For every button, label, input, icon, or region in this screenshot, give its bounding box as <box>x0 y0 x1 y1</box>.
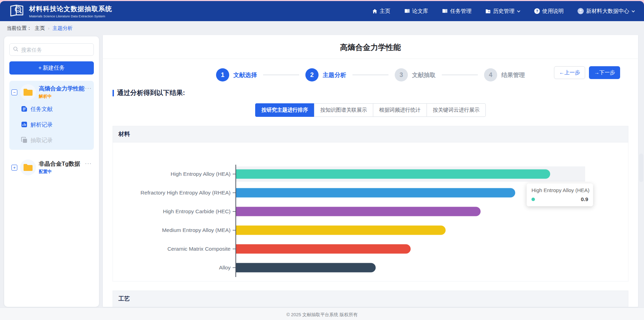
task-header[interactable]: + 非晶合金Tg数据 配置中 ··· <box>11 159 92 175</box>
sidebar-item-parse-records[interactable]: 解析记录 <box>21 117 92 133</box>
step-number: 2 <box>305 68 319 81</box>
section-process: 工艺 <box>113 291 628 307</box>
data-bar[interactable] <box>236 244 411 254</box>
data-bar[interactable] <box>236 170 550 179</box>
task-group-tg: + 非晶合金Tg数据 配置中 ··· <box>9 156 94 177</box>
category-label: High Entropy Carbide (HEC) <box>113 208 235 215</box>
category-label: High Entropy Alloy (HEA) <box>113 171 235 177</box>
user-avatar-icon <box>578 8 584 14</box>
nav-home[interactable]: 主页 <box>372 8 391 15</box>
chart-rows: High Entropy Alloy (HEA)Refractory High … <box>113 165 628 277</box>
data-bar[interactable] <box>236 188 515 198</box>
plot-area <box>235 240 585 258</box>
tab-knowledge-graph[interactable]: 按知识图谱关联展示 <box>314 103 373 117</box>
view-tabs: 按研究主题进行排序 按知识图谱关联展示 根据词频进行统计 按关键词云进行展示 <box>103 103 638 117</box>
chart-row[interactable]: Medium Entropy Alloy (MEA) <box>113 221 628 240</box>
page-footer: © 2025 文献抽取平台系统 版权所有 <box>0 308 644 320</box>
data-bar[interactable] <box>236 263 376 273</box>
task-header[interactable]: − 高熵合金力学性能 解析中 ··· <box>11 84 92 100</box>
materials-chart-container: High Entropy Alloy (HEA)Refractory High … <box>113 142 628 282</box>
step-topic-analysis[interactable]: 2 主题分析 <box>305 68 346 81</box>
chart-row[interactable]: Alloy <box>113 258 628 277</box>
app-title: 材料科技论文数据抽取系统 <box>29 5 112 14</box>
task-name[interactable]: 非晶合金Tg数据 <box>39 160 85 168</box>
task-name[interactable]: 高熵合金力学性能 <box>39 85 85 93</box>
task-search-input[interactable] <box>21 47 90 53</box>
task-info: 高熵合金力学性能 解析中 <box>39 85 85 100</box>
task-children: 任务文献 解析记录 抽取记录 <box>11 102 92 148</box>
series-marker-icon <box>531 198 535 201</box>
results-heading: 通过分析得到以下结果: <box>113 88 638 97</box>
plot-area <box>235 221 585 240</box>
prev-step-button[interactable]: ←上一步 <box>554 66 585 79</box>
main-panel: 高熵合金力学性能 1 文献选择 2 主题分析 3 文献抽取 4 <box>103 35 638 307</box>
plot-area <box>235 258 585 277</box>
breadcrumb-prefix: 当前位置： <box>7 25 32 32</box>
more-actions-icon[interactable]: ··· <box>85 160 92 167</box>
nav-library-label: 论文库 <box>412 8 429 15</box>
task-status-badge: 解析中 <box>39 94 85 100</box>
section-materials: 材料 High Entropy Alloy (HEA)Refractory Hi… <box>113 126 628 282</box>
sidebar-item-label: 任务文献 <box>30 106 53 113</box>
top-nav: 主页 论文库 任务管理 历史管理 <box>372 8 635 15</box>
task-search-box <box>9 43 94 56</box>
sidebar-item-label: 抽取记录 <box>30 137 53 144</box>
brand: 材料科技论文数据抽取系统 Materials Science Literatur… <box>9 3 112 19</box>
tab-keyword-cloud[interactable]: 按关键词云进行展示 <box>427 103 486 117</box>
task-sidebar: + 新建任务 − 高熵合金力学性能 解析中 ··· <box>4 36 99 307</box>
sidebar-item-task-literature[interactable]: 任务文献 <box>21 102 92 117</box>
expand-icon[interactable]: + <box>11 165 17 171</box>
nav-task-manage[interactable]: 任务管理 <box>442 8 472 15</box>
svg-text:?: ? <box>536 9 538 13</box>
step-result-manage[interactable]: 4 结果管理 <box>484 68 525 81</box>
chart-row[interactable]: High Entropy Alloy (HEA) <box>113 165 628 183</box>
nav-library[interactable]: 论文库 <box>404 8 429 15</box>
bar-chart-icon <box>21 121 27 129</box>
folder-icon <box>20 84 36 100</box>
step-actions: ←上一步 →下一步 <box>554 66 620 79</box>
app-subtitle: Materials Science Literature Data Extrac… <box>29 14 112 18</box>
page-title: 高熵合金力学性能 <box>103 35 638 59</box>
step-literature-select[interactable]: 1 文献选择 <box>216 68 257 81</box>
nav-help[interactable]: ? 使用说明 <box>534 8 564 15</box>
chart-row[interactable]: Ceramic Matrix Composite <box>113 240 628 258</box>
document-icon <box>21 106 27 113</box>
breadcrumb-current[interactable]: 主题分析 <box>53 25 73 32</box>
search-icon <box>13 46 18 53</box>
top-header: 材料科技论文数据抽取系统 Materials Science Literatur… <box>0 1 644 21</box>
nav-history[interactable]: 历史管理 <box>485 8 520 15</box>
breadcrumb: 当前位置： 主页 › 主题分析 <box>0 21 644 35</box>
step-literature-extract[interactable]: 3 文献抽取 <box>395 68 436 81</box>
prev-step-label: 上一步 <box>564 69 580 75</box>
vertical-scrollbar-thumb[interactable] <box>639 154 643 182</box>
chevron-down-icon <box>517 10 520 12</box>
nav-user-center[interactable]: 新材料大数据中心 <box>578 8 635 15</box>
arrow-right-icon: → <box>594 69 599 75</box>
task-info: 非晶合金Tg数据 配置中 <box>39 160 85 175</box>
arrow-left-icon: ← <box>559 69 564 75</box>
nav-user-center-label: 新材料大数据中心 <box>586 8 629 15</box>
copy-icon <box>21 137 27 145</box>
collapse-icon[interactable]: − <box>11 89 17 95</box>
tab-sort-by-topic[interactable]: 按研究主题进行排序 <box>255 103 314 117</box>
category-label: Ceramic Matrix Composite <box>113 246 235 252</box>
nav-task-manage-label: 任务管理 <box>450 8 472 15</box>
axis-tick <box>233 249 235 249</box>
axis-tick <box>233 267 235 268</box>
data-bar[interactable] <box>236 226 446 235</box>
sidebar-item-extract-records[interactable]: 抽取记录 <box>21 133 92 148</box>
step-label: 文献抽取 <box>412 71 436 79</box>
nav-history-label: 历史管理 <box>493 8 515 15</box>
nav-home-label: 主页 <box>380 8 391 15</box>
breadcrumb-home[interactable]: 主页 <box>35 25 45 32</box>
data-bar[interactable] <box>236 207 481 216</box>
next-step-label: 下一步 <box>599 69 615 75</box>
new-task-button[interactable]: + 新建任务 <box>9 61 94 75</box>
bar-chart: High Entropy Alloy (HEA)Refractory High … <box>113 142 628 281</box>
tab-word-frequency[interactable]: 根据词频进行统计 <box>373 103 427 117</box>
axis-tick <box>233 211 235 212</box>
more-actions-icon[interactable]: ··· <box>85 85 92 92</box>
tooltip-series-label: High Entropy Alloy (HEA) <box>531 187 588 193</box>
next-step-button[interactable]: →下一步 <box>589 66 620 79</box>
content-area: + 新建任务 − 高熵合金力学性能 解析中 ··· <box>0 35 644 308</box>
